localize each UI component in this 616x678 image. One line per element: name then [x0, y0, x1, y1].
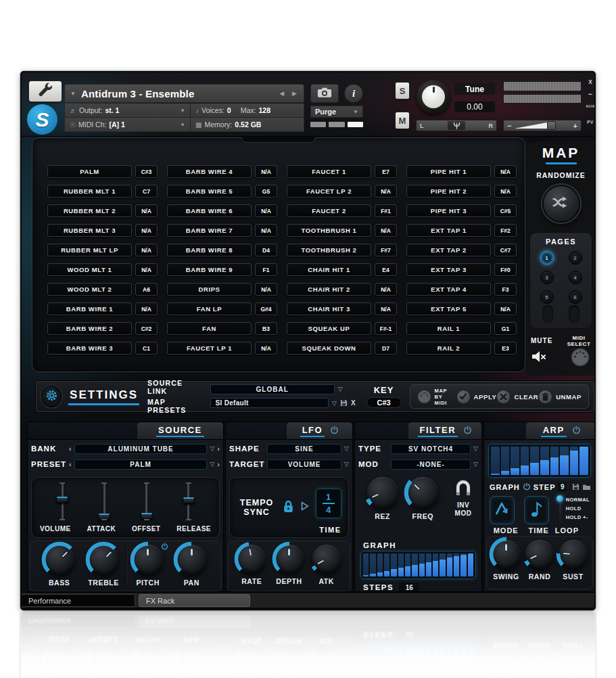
arp-mode-button[interactable] [490, 496, 515, 524]
graph-bar[interactable] [570, 447, 579, 475]
instrument-menu-caret[interactable]: ▼ [70, 91, 76, 97]
page-button-6[interactable]: 6 [569, 290, 582, 304]
sample-name-button[interactable]: EXT TAP 4 [406, 283, 491, 296]
wrench-button[interactable] [28, 81, 62, 102]
sample-name-button[interactable]: SQUEAK UP [287, 322, 371, 335]
sample-name-button[interactable]: BARB WIRE 1 [47, 302, 132, 315]
map-preset-select[interactable]: SI Default [210, 398, 329, 408]
sample-name-button[interactable]: FAUCET 1 [287, 165, 371, 178]
graph-bar[interactable] [405, 553, 410, 577]
sample-key-button[interactable]: N/A [375, 185, 397, 198]
sample-key-button[interactable]: N/A [255, 165, 277, 178]
sample-name-button[interactable]: RAIL 1 [406, 322, 491, 335]
sample-key-button[interactable]: B3 [255, 322, 277, 335]
preset-prev-button[interactable]: ‹ [69, 460, 72, 468]
midi-channel-selector[interactable]: ☉ MIDI Ch: [A] 1 ▼ [65, 118, 190, 131]
volume-slider[interactable] [52, 483, 72, 520]
sample-key-button[interactable]: C#5 [494, 204, 517, 217]
bank-prev-button[interactable]: ‹ [69, 445, 72, 453]
bank-caret-icon[interactable]: ▽ [210, 445, 214, 452]
sample-key-button[interactable]: G5 [255, 185, 277, 198]
knob-dial[interactable] [407, 477, 438, 508]
sample-key-button[interactable]: G1 [494, 322, 517, 335]
sample-name-button[interactable]: TOOTHBRUSH 2 [287, 244, 371, 256]
sample-name-button[interactable]: PIPE HIT 3 [406, 204, 491, 217]
clear-preset-button[interactable]: X [351, 399, 356, 407]
sample-key-button[interactable]: N/A [494, 302, 517, 315]
arp-load-icon[interactable] [582, 481, 591, 493]
bank-next-button[interactable]: › [217, 445, 220, 453]
preset-caret-icon[interactable]: ▽ [210, 461, 214, 468]
sample-name-button[interactable]: EXT TAP 5 [406, 302, 491, 315]
sample-key-button[interactable]: D7 [375, 342, 397, 355]
rand-knob[interactable]: RAND [525, 540, 554, 581]
page-button-3[interactable]: 3 [540, 271, 554, 284]
page-button-2[interactable]: 2 [569, 251, 582, 265]
target-caret-icon[interactable]: ▽ [344, 461, 349, 468]
sample-name-button[interactable]: BARB WIRE 2 [47, 322, 132, 335]
sample-name-button[interactable]: TOOTHBRUSH 1 [287, 224, 371, 237]
sample-key-button[interactable]: N/A [375, 224, 397, 237]
snapshot-camera-button[interactable] [310, 84, 339, 103]
atk-knob[interactable]: ATK [312, 545, 341, 585]
graph-bar[interactable] [550, 447, 559, 475]
sample-key-button[interactable]: C#2 [135, 322, 158, 335]
graph-bar[interactable] [560, 447, 569, 475]
source-link-caret-icon[interactable]: ▽ [338, 386, 343, 392]
page-button-1[interactable]: 1 [540, 251, 554, 265]
sample-key-button[interactable]: N/A [255, 283, 277, 296]
page-button-4[interactable]: 4 [569, 271, 582, 284]
graph-bar[interactable] [511, 447, 519, 475]
knob-dial[interactable] [559, 540, 588, 568]
slider-thumb[interactable] [99, 514, 110, 520]
graph-bar[interactable] [370, 553, 375, 577]
settings-gear-button[interactable] [41, 386, 62, 407]
graph-bar[interactable] [447, 553, 452, 577]
sample-name-button[interactable]: BARB WIRE 3 [47, 342, 132, 355]
attack-slider[interactable] [94, 483, 114, 520]
purge-button[interactable]: Purge ▼ [310, 106, 363, 118]
graph-bar[interactable] [440, 553, 445, 577]
depth-knob[interactable]: DEPTH [275, 545, 304, 585]
next-instrument-button[interactable]: ▶ [291, 90, 298, 97]
graph-bar[interactable] [501, 447, 510, 475]
sample-key-button[interactable]: C#3 [135, 165, 158, 178]
map-by-midi-button[interactable]: MAP BY MIDI [417, 388, 456, 406]
slider-thumb[interactable] [183, 497, 194, 503]
rate-knob[interactable]: RATE [237, 545, 266, 585]
type-caret-icon[interactable]: ▽ [473, 445, 478, 452]
knob-dial[interactable] [237, 545, 266, 573]
bank-select[interactable]: ALUMINUM TUBE [74, 444, 208, 454]
sample-key-button[interactable]: N/A [494, 185, 517, 198]
slider-thumb[interactable] [141, 513, 152, 519]
knob-dial[interactable] [492, 540, 521, 568]
graph-bar[interactable] [363, 553, 369, 577]
sample-name-button[interactable]: RAIL 2 [406, 342, 491, 355]
lfo-power-icon[interactable] [330, 425, 339, 437]
sample-key-button[interactable]: N/A [135, 204, 158, 217]
rez-knob[interactable]: REZ [367, 477, 398, 520]
sample-key-button[interactable]: E3 [494, 342, 517, 355]
sample-name-button[interactable]: PIPE HIT 1 [406, 165, 491, 178]
bass-knob[interactable]: BASS [45, 545, 74, 587]
sample-name-button[interactable]: CHAIR HIT 3 [287, 302, 371, 315]
solo-button[interactable]: S [395, 82, 410, 99]
sample-key-button[interactable]: N/A [135, 224, 158, 237]
tab-performance[interactable]: Performance [22, 594, 135, 607]
release-slider[interactable] [179, 483, 199, 520]
arp-step-graph[interactable] [488, 444, 591, 478]
arp-save-icon[interactable] [572, 481, 579, 493]
tab-lfo[interactable]: LFO [287, 422, 352, 439]
sample-name-button[interactable]: RUBBER MLT 2 [47, 204, 132, 217]
lock-icon[interactable] [283, 499, 294, 516]
sust-knob[interactable]: SUST [559, 540, 588, 581]
minimize-icon[interactable]: − [585, 90, 596, 98]
knob-dial[interactable] [525, 540, 554, 568]
sample-name-button[interactable]: EXT TAP 1 [406, 224, 491, 237]
graph-bar[interactable] [419, 553, 425, 577]
sample-key-button[interactable]: N/A [135, 302, 158, 315]
sample-name-button[interactable]: EXT TAP 2 [406, 244, 491, 256]
sample-key-button[interactable]: D4 [255, 244, 277, 256]
sample-name-button[interactable]: FAUCET LP 2 [287, 185, 371, 198]
unmap-button[interactable]: UNMAP [538, 390, 582, 404]
